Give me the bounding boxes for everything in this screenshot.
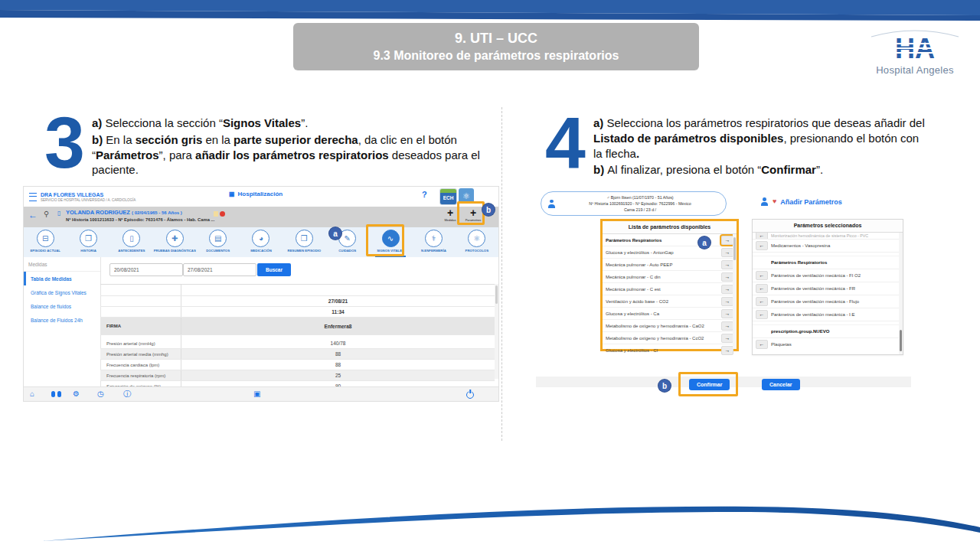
selected-param-row-clipped: ← Monitorización hemodinámica de sistema… [753,233,903,240]
date-from-input[interactable] [109,263,183,276]
ehr-footer-bar: ⌂ ⚙ ◷ ⓘ ▣ [24,386,498,401]
archive-icon[interactable]: ▣ [253,390,260,399]
available-param-row: Metabolismo de oxígeno y hemodinamia - C… [603,320,737,332]
selected-panel-header: Parámetros seleccionados [753,220,903,233]
move-left-button[interactable]: ← [756,310,768,319]
power-icon[interactable] [466,391,474,399]
cancelar-button[interactable]: Cancelar [762,379,800,390]
move-right-button[interactable]: → [721,309,733,318]
person-icon [547,200,556,208]
nav-medicacion[interactable]: ◕ MEDICACIÓN [240,227,283,257]
selected-param-row: ← Parámetros de ventilación mecánica - I… [753,308,903,321]
training-slide: 9. UTI – UCC 9.3 Monitoreo de parámetros… [0,0,980,551]
available-group-row: Parámetros Respiratorios → [603,234,737,246]
documentos-icon: ▤ [209,230,227,247]
move-left-button[interactable]: ← [756,340,768,349]
available-param-row: Glucosa y electrólitos - AnionGap → [603,246,737,259]
available-param-row: Mecánica pulmonar - Auto PEEP → [603,259,737,271]
nav-episodio-actual[interactable]: ⊟ EPISODIO ACTUAL [24,227,67,257]
patient-details: Nº Historia 1001211633 - Nº Episodio: 76… [66,217,214,222]
slide-title-line1: 9. UTI – UCC [293,29,699,47]
selected-scrollbar[interactable] [899,233,903,354]
move-right-button[interactable]: → [721,248,733,257]
lamp-icon[interactable]: ⚲ [44,210,49,218]
move-right-button[interactable]: → [721,285,733,294]
move-right-button[interactable]: → [721,346,733,355]
column-time: 11:34 [181,307,495,317]
table-row: Presión arterial (mmHg) 140/78 [100,338,495,349]
alert-marker-icon [214,211,218,217]
plus-icon: + [462,208,484,218]
selected-param-row: ← Medicamentos - Vasopresina [753,240,903,253]
historia-icon: ❐ [80,230,97,247]
sidebar-item-tabla-de-medidas[interactable]: Tabla de Medidas [24,272,100,285]
table-row-firma: FIRMA Enfermera8 [100,318,495,335]
top-blue-band [0,0,980,23]
nav-protocolos[interactable]: ⚛ PROTOCOLOS [456,227,498,257]
move-left-button[interactable]: ← [756,284,768,293]
patient-birthdate: ( 02/04/1965 - 56 Años ) [132,210,182,215]
move-right-button[interactable]: → [721,272,733,282]
nav-enfermeria[interactable]: ⚕ N.ENFERMERÍA [412,227,455,257]
clock-icon[interactable]: ◷ [97,390,104,399]
move-right-button[interactable]: → [721,321,733,331]
confirmar-button[interactable]: Confirmar [689,379,730,390]
patient2-line1: ♂ Bjorn Ibsen (11/07/1970 - 51 Años) [560,194,720,201]
back-arrow-icon[interactable]: ← [28,210,38,220]
person-icon [760,197,769,206]
patient-pill: ♂ Bjorn Ibsen (11/07/1970 - 51 Años) Nº … [541,191,727,216]
ehr-vitals-screenshot: DRA FLORES VILLEGAS SERVICIO DE HOSPITAL… [23,186,499,402]
selected-param-row: ← Parámetros de ventilación mecánica - F… [753,269,903,282]
medicacion-icon: ◕ [252,230,270,247]
available-scrollbar[interactable] [733,234,737,349]
selected-param-row: ← Parámetros de ventilación mecánica - F… [753,295,903,308]
sidebar-item-grafica-signos-vitales[interactable]: Gráfica de Signos Vitales [24,285,100,299]
move-left-button[interactable]: ← [756,271,768,280]
move-right-button[interactable]: → [721,260,733,269]
nav-pruebas-diagnosticas[interactable]: ✚ PRUEBAS DIAGNÓSTICAS [153,227,196,257]
enfermeria-icon: ⚕ [425,230,443,247]
sidebar-header: Medidas [24,257,100,272]
settings-gear-icon[interactable]: ⚙ [73,390,80,399]
nav-signos-vitales[interactable]: ∿ SIGNOS VITALES [369,227,412,257]
table-row-blank [100,285,495,296]
sidebar-item-balance-fluidos[interactable]: Balance de fluidos [24,299,100,313]
table-scrollbar[interactable] [495,284,498,379]
available-param-row: Glucosa y electrólitos - Ca → [603,308,737,320]
help-button[interactable]: ? [422,190,427,199]
move-right-button[interactable]: → [721,334,733,343]
episodio-actual-icon: ⊟ [37,230,54,247]
doctor-name: DRA FLORES VILLEGAS [41,191,136,198]
move-left-button[interactable]: ← [756,241,768,250]
date-to-input[interactable] [183,263,256,276]
nav-resumen-episodio[interactable]: ❒ RESUMEN EPISODIO [283,227,325,257]
nav-documentos[interactable]: ▤ DOCUMENTOS [196,227,239,257]
pruebas-diagnosticas-icon: ✚ [166,230,184,247]
selected-param-row: ← Plaquetas [753,338,903,350]
sidebar-item-balance-fluidos-24h[interactable]: Balance de Fluidos 24h [24,313,100,327]
step4-instruction-a: a) Selecciona los parámetros respiratori… [593,116,929,161]
menu-icon[interactable] [29,193,37,201]
table-row: Presión arterial media (mmhg) 88 [100,349,495,360]
binoculars-icon[interactable] [51,391,61,397]
info-icon[interactable]: ⓘ [123,390,131,399]
annotation-a-step3: a [329,227,341,240]
step3-instruction-b: b) En la sección gris en la parte superi… [92,132,488,178]
ech-logo-icon: ECH [439,188,457,205]
step4-instruction-b: b) Al finalizar, presiona el botón “Conf… [593,162,929,178]
home-icon[interactable]: ⌂ [30,390,34,399]
step3-instruction-a: a) Selecciona la sección “Signos Vitales… [92,116,488,131]
heart-icon: ♥ [773,198,776,205]
move-left-button[interactable]: ← [756,297,768,306]
nav-antecedentes[interactable]: ▯ ANTECEDENTES [110,227,153,257]
move-left-button[interactable]: ← [756,233,768,240]
move-right-button[interactable]: → [721,236,733,245]
step4-instructions: a) Selecciona los parámetros respiratori… [593,116,929,179]
slide-title-banner: 9. UTI – UCC 9.3 Monitoreo de parámetros… [293,23,699,70]
add-parametros-button[interactable]: + Parametros [462,208,484,222]
nav-historia[interactable]: ❐ HISTORIA [67,227,109,257]
plus-icon: + [439,208,461,218]
move-right-button[interactable]: → [721,297,733,306]
buscar-button[interactable]: Buscar [257,263,291,276]
add-medidas-button[interactable]: + Medidas [439,208,461,222]
